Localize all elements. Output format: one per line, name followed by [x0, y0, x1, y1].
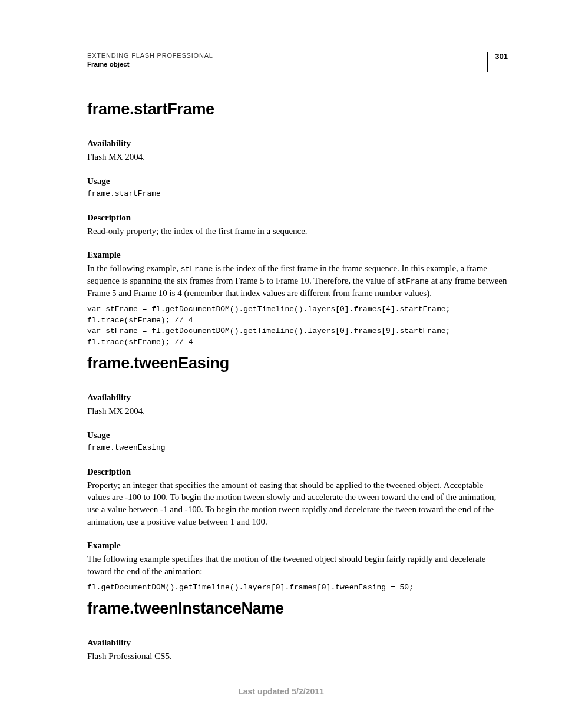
availability-text: Flash MX 2004.	[87, 151, 508, 163]
inline-code: stFrame	[181, 265, 213, 274]
example-text-part: In the following example,	[87, 263, 181, 273]
description-heading: Description	[87, 467, 508, 477]
example-code: var stFrame = fl.getDocumentDOM().getTim…	[87, 304, 508, 348]
availability-heading: Availability	[87, 638, 508, 648]
availability-text: Flash MX 2004.	[87, 405, 508, 417]
topic-title-tweeneasing: frame.tweenEasing	[87, 354, 508, 373]
availability-heading: Availability	[87, 139, 508, 149]
usage-code: frame.startFrame	[87, 189, 508, 200]
page-number: 301	[495, 52, 508, 61]
usage-heading: Usage	[87, 176, 508, 186]
example-text: The following example specifies that the…	[87, 553, 508, 577]
header-product: EXTENDING FLASH PROFESSIONAL	[87, 52, 487, 59]
description-text: Read-only property; the index of the fir…	[87, 225, 508, 238]
example-text: In the following example, stFrame is the…	[87, 262, 508, 299]
header-section: Frame object	[87, 61, 487, 68]
running-header: EXTENDING FLASH PROFESSIONAL Frame objec…	[87, 52, 508, 72]
example-heading: Example	[87, 250, 508, 260]
usage-heading: Usage	[87, 430, 508, 440]
description-text: Property; an integer that specifies the …	[87, 479, 508, 528]
availability-heading: Availability	[87, 393, 508, 403]
topic-title-startframe: frame.startFrame	[87, 100, 508, 118]
example-heading: Example	[87, 541, 508, 551]
usage-code: frame.tweenEasing	[87, 443, 508, 454]
page-number-box: 301	[487, 52, 508, 72]
topic-title-tweeninstancename: frame.tweenInstanceName	[87, 599, 508, 618]
description-heading: Description	[87, 213, 508, 223]
inline-code: stFrame	[396, 277, 429, 286]
example-code: fl.getDocumentDOM().getTimeline().layers…	[87, 582, 508, 594]
availability-text: Flash Professional CS5.	[87, 650, 508, 663]
footer-last-updated: Last updated 5/2/2011	[0, 687, 562, 696]
